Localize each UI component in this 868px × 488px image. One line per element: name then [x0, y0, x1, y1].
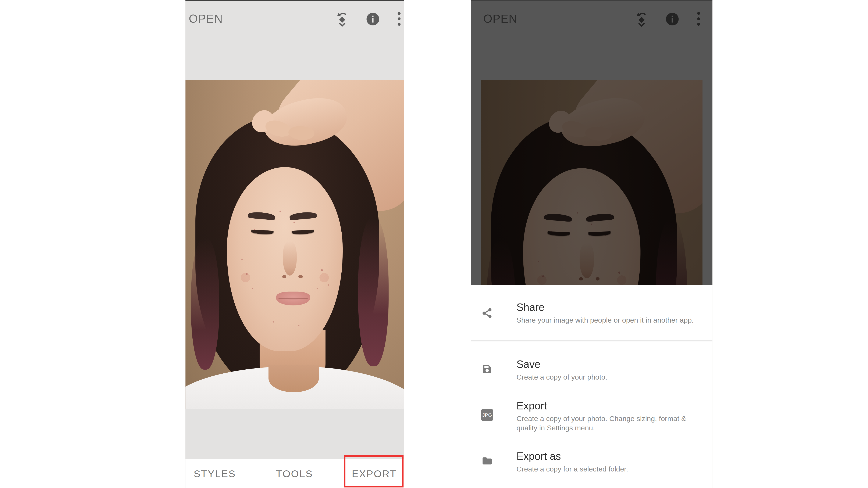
menu-item-share[interactable]: Share Share your image with people or op…	[471, 301, 712, 325]
menu-item-export-as[interactable]: Export as Create a copy for a selected f…	[471, 450, 712, 474]
menu-item-title: Export	[517, 399, 701, 413]
open-button[interactable]: OPEN	[189, 12, 223, 25]
portrait-hair-lock-right	[358, 218, 389, 366]
screenshot-canvas: OPEN	[0, 0, 868, 488]
menu-item-title: Save	[517, 358, 701, 371]
share-icon	[481, 307, 493, 319]
menu-item-description: Create a copy of your photo. Change sizi…	[517, 414, 701, 433]
menu-item-title: Share	[517, 301, 701, 314]
menu-item-export[interactable]: JPG Export Create a copy of your photo. …	[471, 399, 712, 433]
jpg-badge-label: JPG	[481, 409, 493, 421]
menu-item-description: Create a copy for a selected folder.	[517, 464, 701, 474]
folder-icon	[481, 455, 493, 467]
portrait-neckline	[269, 364, 319, 392]
menu-item-save[interactable]: Save Create a copy of your photo.	[471, 358, 712, 382]
save-icon	[481, 363, 493, 375]
menu-item-description: Share your image with people or open it …	[517, 315, 701, 325]
portrait-photo	[185, 80, 404, 409]
photo-preview	[185, 80, 404, 409]
overflow-menu-icon[interactable]	[398, 12, 401, 28]
jpg-file-icon: JPG	[481, 409, 493, 421]
sheet-divider	[471, 340, 712, 341]
toolbar-icon-group	[336, 12, 401, 28]
bottom-gray-strip	[185, 409, 404, 459]
tab-styles[interactable]: STYLES	[194, 468, 236, 480]
tab-tools[interactable]: TOOLS	[276, 468, 313, 480]
page: OPEN	[0, 0, 868, 488]
top-app-bar: OPEN	[185, 1, 404, 80]
snapseed-export-sheet-screen: OPEN	[471, 0, 712, 488]
portrait-nostril	[299, 275, 303, 279]
menu-item-title: Export as	[517, 450, 701, 463]
portrait-hair-lock-left	[191, 238, 219, 369]
annotation-highlight-box	[344, 455, 403, 488]
info-icon[interactable]	[366, 12, 380, 28]
view-edits-icon[interactable]	[336, 10, 348, 29]
menu-item-description: Create a copy of your photo.	[517, 372, 701, 382]
snapseed-editor-screen: OPEN	[185, 0, 404, 488]
export-bottom-sheet: Share Share your image with people or op…	[471, 285, 712, 488]
